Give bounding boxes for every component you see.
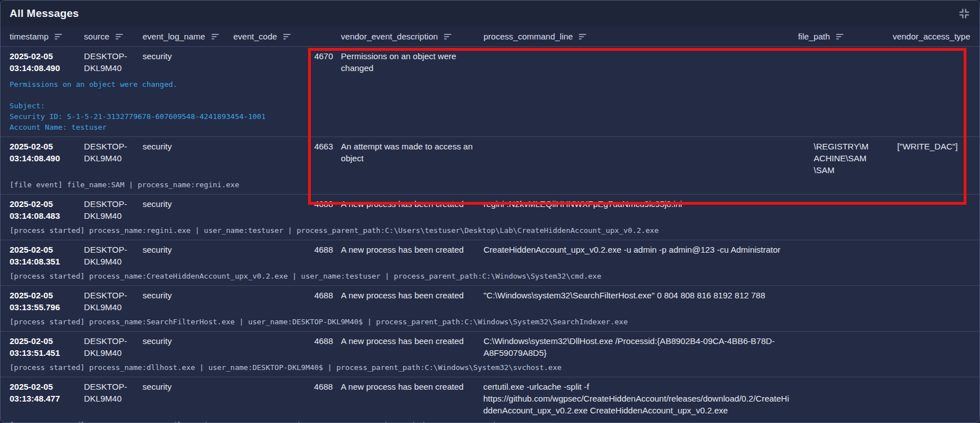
column-header-label: timestamp (10, 32, 49, 41)
cell-timestamp: 2025-02-0503:14:08.490 (1, 140, 84, 164)
log-entry[interactable]: 2025-02-0503:14:08.490DESKTOP-DKL9M40sec… (1, 136, 979, 194)
cell-timestamp: 2025-02-0503:14:08.483 (1, 198, 84, 222)
timestamp-time: 03:14:08.351 (10, 255, 84, 267)
log-entry[interactable]: 2025-02-0503:13:51.451DESKTOP-DKL9M40sec… (1, 331, 979, 377)
cell-vendor_event_description: A new process has been created (334, 198, 477, 210)
file-path-value: \REGISTRY\MACHINE\SAM\SAM (814, 140, 873, 176)
log-entry[interactable]: 2025-02-0503:14:08.483DESKTOP-DKL9M40sec… (1, 194, 979, 240)
timestamp-time: 03:13:51.451 (10, 347, 84, 359)
cell-process_command_line: CreateHiddenAccount_upx_v0.2.exe -u admi… (477, 244, 792, 255)
timestamp-time: 03:14:08.490 (10, 152, 84, 164)
cell-process_command_line: "C:\Windows\system32\SearchFilterHost.ex… (477, 289, 792, 301)
sort-icon[interactable] (212, 34, 219, 39)
all-messages-panel: All Messages timestampsourceevent_log_na… (0, 0, 980, 423)
message-line: Account Name: testuser (10, 122, 979, 133)
timestamp-date: 2025-02-05 (10, 198, 84, 210)
cell-source: DESKTOP-DKL9M40 (84, 335, 143, 359)
cell-vendor_event_description: An attempt was made to access an object (334, 140, 477, 164)
cell-source: DESKTOP-DKL9M40 (84, 140, 143, 164)
cell-event_log_name: security (143, 244, 229, 255)
message-summary: [file event] file_name:SAM | process_nam… (10, 179, 979, 190)
log-entry[interactable]: 2025-02-0503:14:08.490DESKTOP-DKL9M40sec… (1, 47, 979, 136)
column-header-source[interactable]: source (84, 32, 143, 41)
cell-vendor_event_description: A new process has been created (334, 244, 477, 255)
cell-vendor_access_type: ["WRITE_DAC"] (887, 140, 979, 152)
message-summary: [process started] process_name:SearchFil… (10, 316, 979, 327)
message-line: Subject: (10, 100, 979, 111)
cell-event_code: 4688 (229, 244, 335, 255)
cell-timestamp: 2025-02-0503:13:48.477 (1, 381, 84, 404)
cell-source: DESKTOP-DKL9M40 (84, 289, 143, 313)
timestamp-date: 2025-02-05 (10, 140, 84, 152)
cell-source: DESKTOP-DKL9M40 (84, 381, 143, 404)
sort-icon[interactable] (836, 34, 843, 39)
compress-icon[interactable] (958, 7, 970, 20)
timestamp-date: 2025-02-05 (10, 244, 84, 255)
timestamp-date: 2025-02-05 (10, 50, 84, 62)
message-line: Security ID: S-1-5-21-3132779678-6076095… (10, 111, 979, 122)
cell-vendor_event_description: Permissions on an object were changed (334, 50, 477, 74)
cell-event_code: 4688 (229, 335, 335, 347)
message-summary: [process started] process_name:regini.ex… (10, 225, 979, 236)
cell-event_log_name: security (143, 50, 229, 62)
column-header-label: file_path (798, 32, 830, 41)
cell-event_code: 4670 (229, 50, 335, 62)
timestamp-time: 03:13:55.796 (10, 301, 84, 313)
cell-source: DESKTOP-DKL9M40 (84, 244, 143, 267)
cell-vendor_event_description: A new process has been created (334, 289, 477, 301)
cell-process_command_line: C:\Windows\system32\DllHost.exe /Process… (477, 335, 792, 359)
cell-vendor_event_description: A new process has been created (334, 335, 477, 347)
cell-event_log_name: security (143, 140, 229, 152)
sort-icon[interactable] (444, 34, 451, 39)
log-entry[interactable]: 2025-02-0503:13:55.796DESKTOP-DKL9M40sec… (1, 285, 979, 331)
cell-event_log_name: security (143, 381, 229, 393)
cell-timestamp: 2025-02-0503:13:51.451 (1, 335, 84, 359)
timestamp-time: 03:13:48.477 (10, 393, 84, 404)
cell-event_code: 4688 (229, 289, 335, 301)
cell-timestamp: 2025-02-0503:13:55.796 (1, 289, 84, 313)
column-header-label: event_code (234, 32, 278, 41)
cell-event_log_name: security (143, 335, 229, 347)
timestamp-date: 2025-02-05 (10, 381, 84, 393)
cell-timestamp: 2025-02-0503:14:08.351 (1, 244, 84, 267)
column-header-label: event_log_name (143, 32, 205, 41)
panel-titlebar: All Messages (1, 1, 979, 27)
table-body: 2025-02-0503:14:08.490DESKTOP-DKL9M40sec… (1, 47, 979, 423)
message-line: Permissions on an object were changed. (10, 79, 979, 90)
cell-event_code: 4688 (229, 198, 335, 210)
timestamp-time: 03:14:08.490 (10, 62, 84, 74)
timestamp-date: 2025-02-05 (10, 335, 84, 347)
message-summary: [process started] process_name:CreateHid… (10, 271, 979, 281)
log-entry[interactable]: 2025-02-0503:13:48.477DESKTOP-DKL9M40sec… (1, 377, 979, 423)
timestamp-date: 2025-02-05 (10, 289, 84, 301)
column-header-label: vendor_event_description (341, 32, 438, 41)
column-header-process_command_line[interactable]: process_command_line (477, 32, 792, 41)
cell-process_command_line: certutil.exe -urlcache -split -f https:/… (477, 381, 793, 416)
column-header-event_code[interactable]: event_code (229, 32, 335, 41)
cell-source: DESKTOP-DKL9M40 (84, 50, 143, 74)
column-header-file_path[interactable]: file_path (792, 32, 887, 41)
sort-icon[interactable] (55, 34, 62, 39)
cell-timestamp: 2025-02-0503:14:08.490 (1, 50, 84, 74)
sort-icon[interactable] (283, 34, 291, 39)
cell-process_command_line: regini .N2kvMLEQiiHHNWXFpEg7uaNmcu9ic95j… (477, 198, 792, 210)
sort-icon[interactable] (116, 34, 123, 39)
table-header: timestampsourceevent_log_nameevent_codev… (1, 27, 979, 47)
column-header-vendor_event_description[interactable]: vendor_event_description (334, 32, 477, 41)
timestamp-time: 03:14:08.483 (10, 210, 84, 222)
cell-file_path: \REGISTRY\MACHINE\SAM\SAM (792, 140, 887, 176)
cell-event_code: 4688 (228, 381, 334, 393)
cell-event_log_name: security (143, 289, 229, 301)
column-header-timestamp[interactable]: timestamp (1, 32, 84, 41)
message-summary: [process started] process_name:certutil.… (10, 420, 979, 423)
sort-icon[interactable] (579, 34, 586, 39)
column-header-label: process_command_line (484, 32, 573, 41)
message-line (10, 90, 979, 100)
log-entry[interactable]: 2025-02-0503:14:08.351DESKTOP-DKL9M40sec… (1, 240, 979, 285)
message-summary: [process started] process_name:dllhost.e… (10, 362, 979, 373)
cell-source: DESKTOP-DKL9M40 (84, 198, 143, 222)
column-header-vendor_access_type[interactable]: vendor_access_type (887, 32, 979, 41)
page-title: All Messages (10, 7, 79, 20)
column-header-event_log_name[interactable]: event_log_name (143, 32, 229, 41)
cell-vendor_event_description: A new process has been created (334, 381, 477, 393)
